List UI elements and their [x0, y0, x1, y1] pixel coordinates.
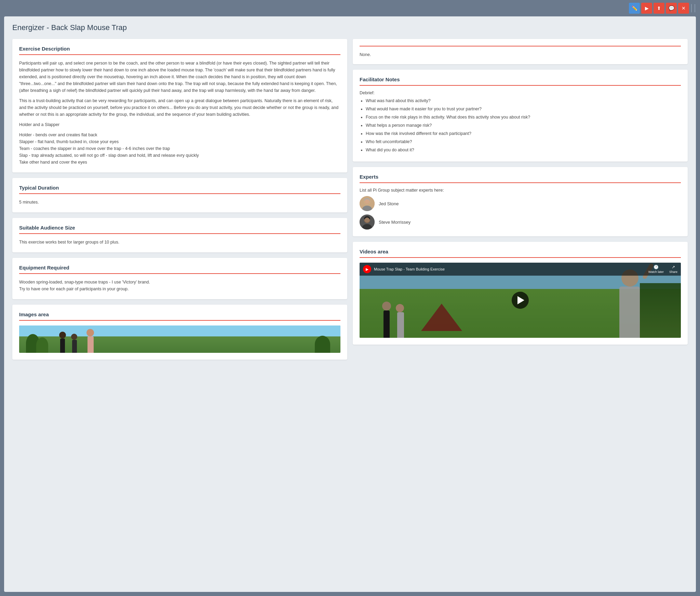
typical-duration-title: Typical Duration [19, 185, 340, 191]
exercise-description-divider [19, 54, 340, 55]
none-card: None. [353, 39, 688, 64]
youtube-logo: ▶ [363, 265, 371, 273]
share-button[interactable]: ⬆ [654, 3, 664, 14]
steve-name: Steve Morrissey [379, 220, 410, 225]
exercise-description-title: Exercise Description [19, 46, 340, 52]
play-button[interactable]: ▶ [641, 3, 652, 14]
images-area-card: Images area [12, 305, 347, 360]
exercise-para-4: Holder - bends over and creates flat bac… [19, 131, 340, 166]
videos-area-card: Videos area [353, 242, 688, 345]
facilitator-notes-title: Facilitator Notes [360, 77, 681, 82]
expert-jed: Jed Stone [360, 196, 681, 211]
video-header: ▶ Mouse Trap Slap - Team Building Exerci… [360, 263, 681, 276]
right-column: None. Facilitator Notes Debrief: What wa… [353, 39, 688, 360]
none-card-divider [360, 46, 681, 46]
experts-subtitle: List all Pi Group subject matter experts… [360, 188, 681, 193]
jed-avatar-img [360, 196, 375, 211]
exercise-para-1: Participants will pair up, and select on… [19, 60, 340, 94]
jed-avatar [360, 196, 375, 211]
page-container: Energizer - Back Slap Mouse Trap Exercis… [4, 16, 696, 592]
steve-avatar-img [360, 214, 375, 230]
images-area-title: Images area [19, 311, 340, 317]
debrief-label: Debrief: [360, 91, 681, 95]
watch-later-ctrl[interactable]: 🕐 Watch later [648, 265, 664, 274]
jed-name: Jed Stone [379, 201, 399, 206]
equipment-text: Wooden spring-loaded, snap-type mouse tr… [19, 279, 340, 292]
content-grid: Exercise Description Participants will p… [12, 39, 688, 360]
images-area-divider [19, 320, 340, 321]
close-button[interactable]: ✕ [678, 3, 689, 14]
debrief-item-1: What was hard about this activity? [366, 97, 681, 104]
typical-duration-text: 5 minutes. [19, 199, 340, 206]
video-top-controls: 🕐 Watch later ↗ Share [648, 265, 677, 274]
facilitator-notes-card: Facilitator Notes Debrief: What was hard… [353, 70, 688, 162]
facilitator-notes-body: What was hard about this activity? What … [360, 97, 681, 153]
experts-card: Experts List all Pi Group subject matter… [353, 167, 688, 236]
toolbar-divider-2 [695, 4, 695, 12]
audience-size-card: Suitable Audience Size This exercise wor… [12, 218, 347, 252]
expert-steve: Steve Morrissey [360, 214, 681, 230]
typical-duration-card: Typical Duration 5 minutes. [12, 178, 347, 212]
experts-divider [360, 182, 681, 183]
equipment-title: Equipment Required [19, 265, 340, 271]
play-triangle-icon [517, 296, 524, 304]
debrief-item-2: What would have made it easier for you t… [366, 106, 681, 112]
none-text: None. [360, 52, 371, 57]
watch-later-icon: 🕐 [654, 265, 659, 269]
debrief-item-5: How was the risk involved different for … [366, 130, 681, 137]
debrief-item-3: Focus on the role risk plays in this act… [366, 114, 681, 121]
svg-point-4 [365, 199, 369, 204]
debrief-item-7: What did you do about it? [366, 147, 681, 153]
audience-size-divider [19, 233, 340, 234]
facilitator-notes-divider [360, 85, 681, 86]
debrief-list: What was hard about this activity? What … [360, 97, 681, 153]
share-ctrl[interactable]: ↗ Share [669, 265, 677, 274]
video-play-button[interactable] [512, 292, 529, 309]
exercise-description-body: Participants will pair up, and select on… [19, 60, 340, 166]
page-title: Energizer - Back Slap Mouse Trap [12, 23, 688, 32]
exercise-description-card: Exercise Description Participants will p… [12, 39, 347, 172]
typical-duration-divider [19, 193, 340, 194]
videos-area-divider [360, 257, 681, 258]
audience-size-text: This exercise works best for larger grou… [19, 239, 340, 246]
video-player[interactable]: ▶ Mouse Trap Slap - Team Building Exerci… [360, 263, 681, 338]
steve-avatar [360, 214, 375, 230]
image-background [19, 325, 340, 353]
svg-point-9 [365, 218, 369, 222]
toolbar-divider [691, 4, 692, 12]
equipment-divider [19, 273, 340, 274]
exercise-para-2: This is a trust-building activity that c… [19, 97, 340, 118]
chat-button[interactable]: 💬 [666, 3, 677, 14]
yt-text: ▶ [366, 267, 368, 271]
audience-size-title: Suitable Audience Size [19, 225, 340, 231]
exercise-para-3: Holder and a Slapper [19, 121, 340, 128]
toolbar: ✏️ ▶ ⬆ 💬 ✕ [0, 0, 700, 16]
debrief-item-6: Who felt uncomfortable? [366, 138, 681, 145]
debrief-item-4: What helps a person manage risk? [366, 122, 681, 129]
watch-later-label: Watch later [648, 270, 664, 274]
share-icon: ↗ [672, 265, 675, 269]
videos-area-title: Videos area [360, 249, 681, 254]
expert-list: Jed Stone [360, 196, 681, 230]
images-area-content [19, 325, 340, 353]
share-label: Share [669, 270, 677, 274]
left-column: Exercise Description Participants will p… [12, 39, 347, 360]
experts-title: Experts [360, 174, 681, 180]
edit-button[interactable]: ✏️ [629, 3, 640, 14]
equipment-card: Equipment Required Wooden spring-loaded,… [12, 258, 347, 299]
video-title: Mouse Trap Slap - Team Building Exercise [374, 267, 646, 271]
